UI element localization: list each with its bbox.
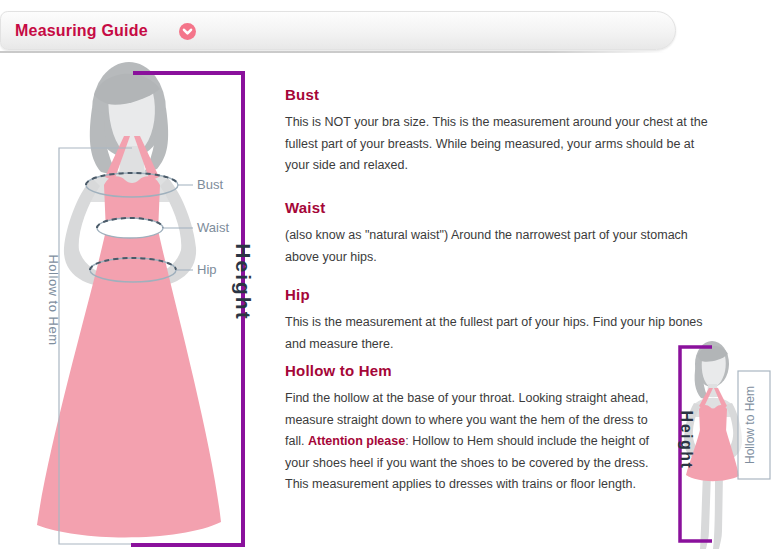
figure-right-leg (713, 473, 723, 549)
hollow-to-hem-label: Hollow to Hem (46, 254, 61, 345)
figure-left-leg (700, 473, 711, 549)
measuring-guide-page: Measuring Guide (0, 0, 778, 553)
measuring-guide-accordion-header[interactable]: Measuring Guide (0, 11, 676, 50)
section-body: Find the hollow at the base of your thro… (285, 388, 669, 496)
dress-bodice (699, 405, 727, 432)
section-heading: Bust (285, 86, 721, 103)
section-heading: Hip (285, 286, 721, 303)
header-divider (0, 51, 666, 53)
attention-label: Attention please (308, 434, 405, 448)
height-label: Height (232, 243, 255, 320)
height-label: Height (678, 411, 695, 470)
measuring-diagram-large: Bust Waist Hip Hollow to Hem Height (25, 58, 275, 553)
section-waist: Waist (also know as "natural waist") Aro… (285, 199, 721, 268)
bust-label: Bust (197, 177, 223, 192)
measuring-guide-title: Measuring Guide (15, 22, 148, 40)
chevron-down-icon[interactable] (179, 23, 196, 40)
dress-skirt (37, 230, 221, 537)
section-bust: Bust This is NOT your bra size. This is … (285, 86, 721, 177)
section-heading: Hollow to Hem (285, 362, 669, 379)
section-hollow-to-hem: Hollow to Hem Find the hollow at the bas… (285, 362, 669, 496)
measuring-diagram-small: Hollow to Hem Height (655, 335, 778, 553)
section-heading: Waist (285, 199, 721, 216)
section-body: (also know as "natural waist") Around th… (285, 225, 721, 268)
hip-label: Hip (197, 262, 217, 277)
hollow-to-hem-label: Hollow to Hem (743, 386, 757, 464)
waist-label: Waist (197, 220, 229, 235)
section-body: This is NOT your bra size. This is the m… (285, 112, 721, 177)
